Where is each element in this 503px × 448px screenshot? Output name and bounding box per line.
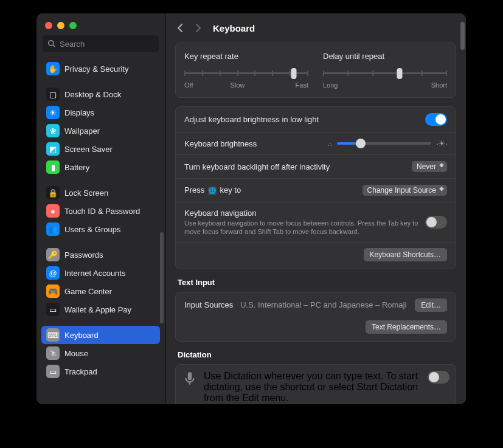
sidebar-item-label: Wallpaper (64, 126, 100, 136)
sidebar-item-trackpad[interactable]: ▭Trackpad (41, 362, 160, 381)
sidebar-item-internet-accounts[interactable]: @Internet Accounts (41, 264, 160, 282)
sidebar-item-label: Users & Groups (64, 225, 120, 234)
sidebar-item-label: Trackpad (64, 367, 97, 376)
game-center-icon: 🎮 (46, 284, 60, 298)
repeat-panel: Key repeat rate Off Slow Fast Delay unti… (175, 43, 456, 98)
keyboard-brightness-label: Keyboard brightness (184, 139, 304, 148)
mark-short: Short (431, 81, 447, 89)
sidebar-item-label: Wallet & Apple Pay (64, 305, 131, 314)
close-icon[interactable] (45, 22, 52, 29)
internet-accounts-icon: @ (46, 266, 60, 280)
sidebar-nav[interactable]: ✋Privacy & Security▢Desktop & Dock☀Displ… (36, 60, 165, 393)
delay-until-repeat-label: Delay until repeat (323, 52, 447, 61)
sidebar-item-desktop-dock[interactable]: ▢Desktop & Dock (41, 85, 160, 103)
sidebar-item-passwords[interactable]: 🔑Passwords (41, 246, 160, 264)
sidebar-item-displays[interactable]: ☀Displays (41, 103, 160, 122)
sidebar-item-screen-saver[interactable]: ◩Screen Saver (41, 140, 160, 158)
sidebar-item-label: Battery (64, 163, 89, 172)
input-sources-label: Input Sources (184, 300, 233, 309)
sidebar-item-label: Mouse (64, 349, 88, 358)
fullscreen-icon[interactable] (69, 22, 77, 29)
auto-brightness-toggle[interactable] (425, 113, 447, 126)
privacy-security-icon: ✋ (46, 62, 60, 75)
mark-long: Long (323, 81, 338, 89)
keyboard-icon: ⌨ (46, 328, 60, 342)
sidebar-item-privacy-security[interactable]: ✋Privacy & Security (41, 60, 160, 78)
back-button[interactable] (173, 21, 187, 35)
page-title: Keyboard (213, 23, 255, 33)
input-sources-edit-button[interactable]: Edit… (415, 298, 447, 312)
system-settings-window: ✋Privacy & Security▢Desktop & Dock☀Displ… (36, 13, 466, 404)
delay-until-repeat-slider[interactable] (323, 67, 447, 79)
mouse-icon: 🖱 (46, 346, 60, 360)
sidebar-item-label: Displays (64, 108, 94, 117)
sidebar-item-label: Screen Saver (64, 145, 113, 154)
wallpaper-icon: ❀ (46, 124, 60, 137)
keyboard-shortcuts-button[interactable]: Keyboard Shortcuts… (364, 248, 447, 261)
sidebar-item-battery[interactable]: ▮Battery (41, 158, 160, 176)
mark-fast: Fast (296, 81, 308, 89)
battery-icon: ▮ (46, 160, 60, 174)
sidebar-item-label: Keyboard (64, 331, 99, 340)
sidebar-item-label: Desktop & Dock (64, 90, 121, 99)
sidebar-item-label: Internet Accounts (64, 269, 125, 278)
keyboard-brightness-slider[interactable]: .·. ·☀· (328, 139, 447, 148)
header: Keyboard (165, 13, 466, 43)
input-sources-value: U.S. International – PC and Japanese – R… (240, 300, 415, 309)
search-input[interactable] (43, 35, 159, 52)
brightness-low-icon: .·. (328, 139, 332, 148)
window-controls (36, 13, 165, 35)
sidebar-item-label: Privacy & Security (64, 64, 128, 74)
mark-off: Off (184, 81, 193, 89)
keyboard-nav-desc: Use keyboard navigation to move focus be… (184, 219, 425, 236)
desktop-dock-icon: ▢ (46, 88, 60, 101)
key-repeat-rate-label: Key repeat rate (184, 52, 308, 61)
sidebar-item-mouse[interactable]: 🖱Mouse (41, 344, 160, 362)
brightness-high-icon: ·☀· (436, 139, 447, 148)
sidebar-item-lock-screen[interactable]: 🔒Lock Screen (41, 184, 160, 202)
text-input-heading: Text Input (178, 278, 454, 287)
scrollbar[interactable] (460, 22, 465, 50)
sidebar-item-label: Lock Screen (64, 188, 108, 198)
auto-brightness-label: Adjust keyboard brightness in low light (184, 115, 425, 124)
text-input-panel: Input Sources U.S. International – PC an… (175, 292, 456, 342)
key-repeat-rate-slider[interactable] (184, 67, 308, 79)
globe-icon: 🌐 (208, 187, 217, 195)
minimize-icon[interactable] (57, 22, 64, 29)
mark-slow: Slow (231, 81, 245, 89)
sidebar-scrollbar[interactable] (160, 232, 164, 323)
passwords-icon: 🔑 (46, 248, 60, 261)
dictation-heading: Dictation (178, 350, 454, 359)
text-replacements-button[interactable]: Text Replacements… (366, 320, 447, 334)
main-pane: Keyboard Key repeat rate Off Slow Fast (165, 13, 466, 404)
sidebar-item-users-groups[interactable]: 👥Users & Groups (41, 220, 160, 238)
screen-saver-icon: ◩ (46, 142, 60, 156)
sidebar-item-wallet-apple-pay[interactable]: ▭Wallet & Apple Pay (41, 300, 160, 319)
keyboard-nav-label: Keyboard navigation (184, 208, 425, 218)
sidebar-item-label: Game Center (64, 287, 112, 296)
lock-screen-icon: 🔒 (46, 186, 60, 199)
sidebar-item-label: Touch ID & Password (64, 207, 140, 216)
dictation-desc: Use Dictation wherever you can type text… (204, 371, 421, 404)
users-groups-icon: 👥 (46, 222, 60, 236)
dictation-panel: Use Dictation wherever you can type text… (175, 364, 456, 404)
backlight-off-label: Turn keyboard backlight off after inacti… (184, 162, 412, 171)
touch-id-password-icon: ● (46, 204, 60, 218)
sidebar-item-game-center[interactable]: 🎮Game Center (41, 282, 160, 300)
sidebar-item-label: Passwords (64, 250, 103, 260)
keyboard-nav-toggle[interactable] (425, 216, 447, 229)
backlight-off-select[interactable]: Never (412, 161, 447, 172)
sidebar-item-keyboard[interactable]: ⌨Keyboard (41, 326, 160, 344)
microphone-icon (182, 371, 198, 387)
content: Key repeat rate Off Slow Fast Delay unti… (165, 43, 466, 404)
sidebar-item-touch-id-password[interactable]: ●Touch ID & Password (41, 202, 160, 220)
trackpad-icon: ▭ (46, 365, 60, 378)
sidebar-item-wallpaper[interactable]: ❀Wallpaper (41, 122, 160, 140)
dictation-toggle[interactable] (428, 371, 449, 384)
globe-key-label: Press 🌐 key to (184, 185, 363, 195)
forward-button[interactable] (191, 21, 206, 35)
sidebar: ✋Privacy & Security▢Desktop & Dock☀Displ… (36, 13, 165, 404)
globe-key-select[interactable]: Change Input Source (363, 185, 447, 196)
displays-icon: ☀ (46, 106, 60, 119)
brightness-panel: Adjust keyboard brightness in low light … (175, 106, 456, 269)
